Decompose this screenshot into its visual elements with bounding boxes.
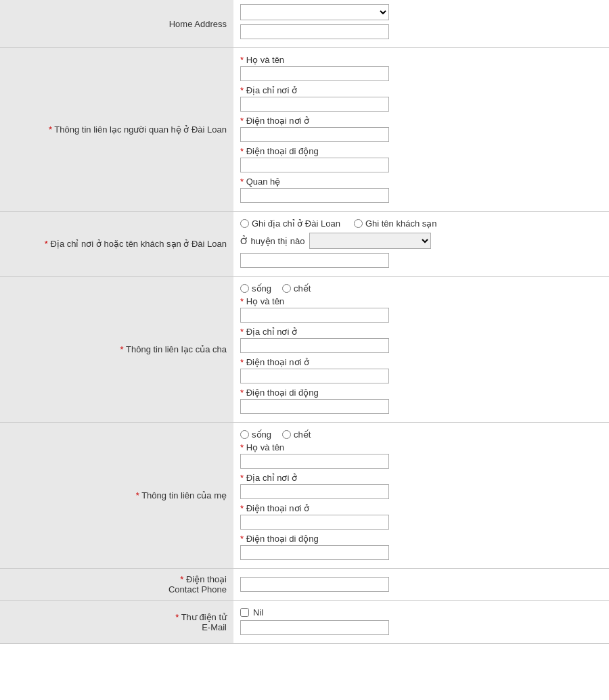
mo-homephone-label: * Điện thoại nơi ở (240, 503, 602, 513)
contact-phone-label: * Điện thoại Contact Phone (0, 569, 233, 601)
mother-alive-radio[interactable] (240, 430, 249, 439)
taiwan-contact-content: * Họ và tên * Địa chỉ nơi ở * Điện thoại… (233, 48, 609, 212)
mother-contact-content: sống chết * Họ và tên * Địa chỉ nơi ở (233, 423, 609, 569)
fa-homephone-label: * Điện thoại nơi ở (240, 357, 602, 367)
tc-mobile-label: * Điện thoại di động (240, 146, 602, 156)
fa-address-input[interactable] (240, 338, 389, 353)
mother-contact-label: * Thông tin liên của mẹ (0, 423, 233, 569)
home-address-label: Home Address (0, 0, 233, 48)
father-alive-label[interactable]: sống (240, 283, 271, 294)
mo-name-input[interactable] (240, 454, 389, 469)
mo-name-label: * Họ và tên (240, 442, 602, 452)
email-nil-label: Nil (253, 607, 263, 617)
tc-homephone-input[interactable] (240, 127, 389, 142)
father-dead-label[interactable]: chết (282, 283, 311, 294)
home-address-content (233, 0, 609, 48)
mother-dead-label[interactable]: chết (282, 429, 311, 440)
tc-mobile-input[interactable] (240, 158, 389, 172)
tc-homephone-label: * Điện thoại nơi ở (240, 116, 602, 126)
mo-mobile-label: * Điện thoại di động (240, 534, 602, 544)
addr-radio-address[interactable] (240, 219, 249, 228)
county-select[interactable] (309, 233, 431, 249)
contact-phone-content (233, 569, 609, 601)
mother-alive-label[interactable]: sống (240, 429, 271, 440)
mo-mobile-input[interactable] (240, 545, 389, 560)
addr-radio-label-1[interactable]: Ghi địa chỉ ở Đài Loan (240, 218, 340, 229)
tc-relation-input[interactable] (240, 188, 389, 203)
mo-address-label: * Địa chỉ nơi ở (240, 473, 602, 483)
mother-dead-radio[interactable] (282, 430, 291, 439)
father-contact-label: * Thông tin liên lạc của cha (0, 277, 233, 423)
tc-address-input[interactable] (240, 97, 389, 112)
fa-name-label: * Họ và tên (240, 296, 602, 306)
taiwan-contact-label: * Thông tin liên lạc người quan hệ ở Đài… (0, 48, 233, 212)
county-label: Ở huyện thị nào (240, 236, 305, 246)
taiwan-address-content: Ghi địa chỉ ở Đài Loan Ghi tên khách sạn… (233, 212, 609, 277)
taiwan-address-input[interactable] (240, 253, 389, 268)
contact-phone-input[interactable] (240, 577, 389, 592)
fa-address-label: * Địa chỉ nơi ở (240, 327, 602, 337)
tc-address-label: * Địa chỉ nơi ở (240, 85, 602, 95)
fa-homephone-input[interactable] (240, 369, 389, 383)
fa-name-input[interactable] (240, 308, 389, 323)
addr-radio-hotel[interactable] (354, 219, 363, 228)
tc-relation-label: * Quan hệ (240, 177, 602, 187)
addr-radio-label-2[interactable]: Ghi tên khách sạn (354, 218, 437, 229)
father-dead-radio[interactable] (282, 284, 291, 293)
father-alive-radio[interactable] (240, 284, 249, 293)
mo-address-input[interactable] (240, 484, 389, 499)
home-address-input[interactable] (240, 24, 389, 39)
email-input[interactable] (240, 620, 389, 635)
email-label: * Thư điện tử E-Mail (0, 601, 233, 644)
email-content: Nil (233, 601, 609, 644)
father-contact-content: sống chết * Họ và tên * Địa chỉ nơi ở (233, 277, 609, 423)
tc-name-input[interactable] (240, 66, 389, 81)
fa-mobile-input[interactable] (240, 399, 389, 414)
taiwan-address-label: * Địa chỉ nơi ở hoặc tên khách sạn ở Đài… (0, 212, 233, 277)
tc-name-label: * Họ và tên (240, 55, 602, 65)
fa-mobile-label: * Điện thoại di động (240, 388, 602, 398)
email-nil-checkbox[interactable] (240, 608, 249, 617)
mo-homephone-input[interactable] (240, 515, 389, 530)
home-address-select[interactable] (240, 4, 389, 20)
